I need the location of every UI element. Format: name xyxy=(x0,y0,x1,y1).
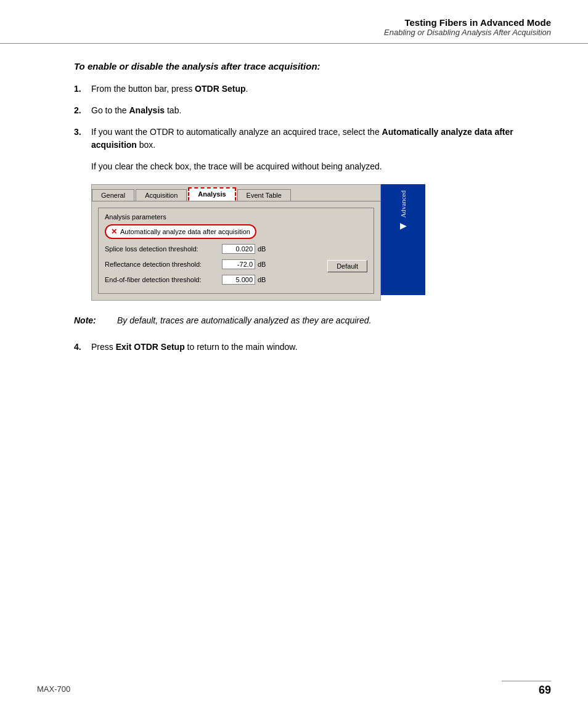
step-4-text-after: to return to the main window. xyxy=(185,342,298,352)
checkbox-x-icon: ✕ xyxy=(111,227,117,236)
default-button[interactable]: Default xyxy=(327,260,367,272)
step-3-content: If you want the OTDR to automatically an… xyxy=(91,126,526,152)
threshold-row-reflectance: Reflectance detection threshold: dB Defa… xyxy=(105,256,367,272)
threshold-value-eof[interactable] xyxy=(222,275,255,285)
screenshot-container: General Acquisition Analysis Event Table… xyxy=(91,184,526,301)
threshold-unit-reflectance: dB xyxy=(258,261,266,268)
footer-right: 69 xyxy=(502,681,551,697)
advanced-panel-icon: ▶ xyxy=(400,221,407,231)
step-3-text-before: If you want the OTDR to automatically an… xyxy=(91,127,382,137)
step-2-text-before: Go to the xyxy=(91,105,129,115)
page-footer: MAX-700 69 xyxy=(0,681,588,697)
footer-product: MAX-700 xyxy=(37,684,70,694)
threshold-row-eof: End-of-fiber detection threshold: dB xyxy=(105,275,367,285)
tab-analysis[interactable]: Analysis xyxy=(188,187,235,201)
footer-page-number: 69 xyxy=(539,684,551,697)
threshold-label-splice: Splice loss detection threshold: xyxy=(105,245,222,253)
steps-list: 1. From the button bar, press OTDR Setup… xyxy=(74,83,526,152)
threshold-label-eof: End-of-fiber detection threshold: xyxy=(105,276,222,283)
step-4-text-before: Press xyxy=(91,342,116,352)
step-2-number: 2. xyxy=(74,104,91,117)
page-header: Testing Fibers in Advanced Mode Enabling… xyxy=(0,0,588,44)
step-2: 2. Go to the Analysis tab. xyxy=(74,104,526,117)
analysis-params-title: Analysis parameters xyxy=(105,213,367,221)
step-3: 3. If you want the OTDR to automatically… xyxy=(74,126,526,152)
footer-line xyxy=(502,681,551,681)
tab-event-table[interactable]: Event Table xyxy=(237,189,291,201)
threshold-row-splice: Splice loss detection threshold: dB xyxy=(105,244,367,254)
default-btn-area: Default xyxy=(327,260,367,272)
threshold-value-splice[interactable] xyxy=(222,244,255,254)
auto-analyze-checkbox-row[interactable]: ✕ Automatically analyze data after acqui… xyxy=(105,224,256,239)
header-subtitle: Enabling or Disabling Analysis After Acq… xyxy=(37,28,551,37)
step-2-content: Go to the Analysis tab. xyxy=(91,104,526,117)
header-title: Testing Fibers in Advanced Mode xyxy=(37,17,551,28)
threshold-label-reflectance: Reflectance detection threshold: xyxy=(105,261,222,268)
page-container: Testing Fibers in Advanced Mode Enabling… xyxy=(0,0,588,714)
main-content: To enable or disable the analysis after … xyxy=(0,61,588,354)
advanced-panel: Advanced ▶ xyxy=(381,184,425,295)
step-3-number: 3. xyxy=(74,126,91,139)
step-1-bold: OTDR Setup xyxy=(195,84,245,94)
step-4-bold: Exit OTDR Setup xyxy=(116,342,185,352)
step-4-content: Press Exit OTDR Setup to return to the m… xyxy=(91,341,526,354)
threshold-unit-eof: dB xyxy=(258,276,266,283)
note-block: Note: By default, traces are automatical… xyxy=(74,314,526,327)
analysis-params-group: Analysis parameters ✕ Automatically anal… xyxy=(98,208,374,294)
note-text: By default, traces are automatically ana… xyxy=(117,314,526,327)
step4-list: 4. Press Exit OTDR Setup to return to th… xyxy=(74,341,526,354)
advanced-panel-label: Advanced xyxy=(399,190,407,218)
step-4-number: 4. xyxy=(74,341,91,354)
step-1-number: 1. xyxy=(74,83,91,95)
step-3-text-after: box. xyxy=(137,140,155,150)
step-2-bold: Analysis xyxy=(129,105,165,115)
extra-paragraph: If you clear the check box, the trace wi… xyxy=(91,160,526,173)
step-2-text-after: tab. xyxy=(165,105,181,115)
step-1-text-before: From the button bar, press xyxy=(91,84,195,94)
note-label: Note: xyxy=(74,314,117,327)
dialog-body: Analysis parameters ✕ Automatically anal… xyxy=(92,201,380,300)
step-4: 4. Press Exit OTDR Setup to return to th… xyxy=(74,341,526,354)
threshold-value-reflectance[interactable] xyxy=(222,259,255,269)
dialog-screenshot: General Acquisition Analysis Event Table… xyxy=(91,184,381,301)
tab-acquisition[interactable]: Acquisition xyxy=(136,189,187,201)
tab-general[interactable]: General xyxy=(92,189,134,201)
step-1-text-after: . xyxy=(246,84,248,94)
step-1-content: From the button bar, press OTDR Setup. xyxy=(91,83,526,95)
checkbox-label: Automatically analyze data after acquisi… xyxy=(120,228,250,235)
threshold-unit-splice: dB xyxy=(258,245,266,253)
section-heading: To enable or disable the analysis after … xyxy=(74,61,526,71)
step-1: 1. From the button bar, press OTDR Setup… xyxy=(74,83,526,95)
dialog-tabs-row: General Acquisition Analysis Event Table xyxy=(92,185,380,201)
